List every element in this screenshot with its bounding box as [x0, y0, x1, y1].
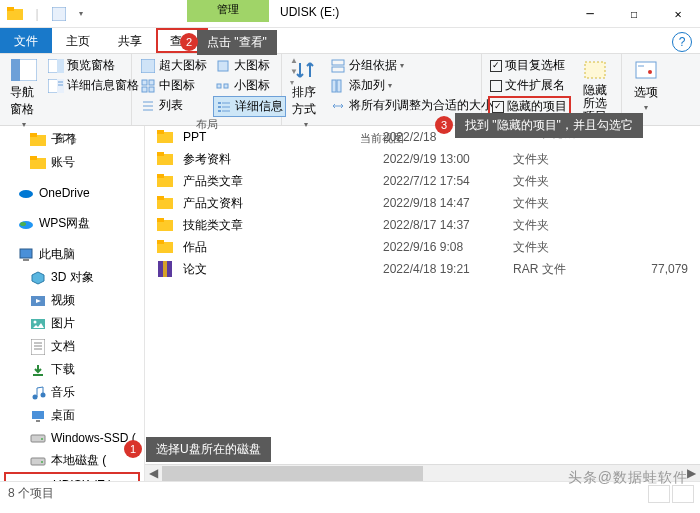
file-row[interactable]: 产品文资料2022/9/18 14:47文件夹	[145, 192, 700, 214]
svg-rect-76	[157, 218, 164, 222]
watermark: 头条@数据蛙软件	[568, 469, 688, 487]
contextual-tab[interactable]: 管理	[187, 0, 269, 22]
nav-item-12[interactable]: 下载	[0, 358, 144, 381]
menu-bar: 文件 主页 共享 查看 ?	[0, 28, 700, 54]
svg-rect-33	[636, 62, 656, 78]
checkbox-icon	[492, 101, 504, 113]
nav-item-3[interactable]: OneDrive	[0, 182, 144, 204]
svg-rect-55	[32, 411, 44, 419]
nav-item-17[interactable]: UDISK (E:)	[4, 472, 140, 481]
svg-point-40	[19, 190, 33, 198]
layout-small[interactable]: 小图标	[213, 76, 286, 95]
folder-icon	[155, 194, 175, 212]
scroll-left-icon[interactable]: ◀	[145, 465, 162, 482]
svg-rect-8	[57, 79, 64, 93]
group-by-button[interactable]: 分组依据	[328, 56, 495, 75]
music-icon	[30, 385, 46, 401]
check-icon[interactable]	[50, 5, 68, 23]
drive-icon	[30, 453, 46, 469]
file-row[interactable]: 产品类文章2022/7/12 17:54文件夹	[145, 170, 700, 192]
view-details-button[interactable]	[648, 485, 670, 503]
file-row[interactable]: 作品2022/9/16 9:08文件夹	[145, 236, 700, 258]
layout-xlarge[interactable]: 超大图标	[138, 56, 209, 75]
file-row[interactable]: 技能类文章2022/8/17 14:37文件夹	[145, 214, 700, 236]
3d-icon	[30, 270, 46, 286]
svg-rect-4	[11, 59, 20, 81]
tab-share[interactable]: 共享	[104, 28, 156, 53]
svg-rect-14	[142, 87, 147, 92]
nav-item-0[interactable]: 子刁	[0, 128, 144, 151]
annotation-number-1: 1	[124, 440, 142, 458]
tab-file[interactable]: 文件	[0, 28, 52, 53]
doc-icon	[30, 339, 46, 355]
details-pane-icon	[48, 78, 64, 94]
nav-item-1[interactable]: 账号	[0, 151, 144, 174]
close-button[interactable]: ✕	[656, 0, 700, 28]
nav-item-7[interactable]: 此电脑	[0, 243, 144, 266]
svg-rect-12	[142, 80, 147, 85]
item-checkboxes-toggle[interactable]: 项目复选框	[488, 56, 571, 75]
details-pane-button[interactable]: 详细信息窗格	[46, 76, 141, 95]
svg-rect-20	[217, 84, 221, 88]
qat-dropdown-icon[interactable]	[72, 5, 90, 23]
nav-item-5[interactable]: WPS网盘	[0, 212, 144, 235]
help-button[interactable]: ?	[672, 32, 692, 52]
list-icon	[140, 98, 156, 114]
pc-icon	[18, 247, 34, 263]
svg-rect-28	[332, 60, 344, 65]
folder-icon	[155, 216, 175, 234]
svg-point-60	[41, 461, 43, 463]
file-list[interactable]: PPT2022/2/18参考资料2022/9/19 13:00文件夹产品类文章2…	[145, 126, 700, 481]
drive-icon	[30, 430, 46, 446]
item-count: 8 个项目	[8, 485, 54, 502]
add-columns-button[interactable]: 添加列	[328, 76, 495, 95]
rar-icon	[155, 260, 175, 278]
layout-details[interactable]: 详细信息	[213, 96, 286, 117]
options-button[interactable]: 选项	[628, 56, 664, 114]
nav-item-8[interactable]: 3D 对象	[0, 266, 144, 289]
nav-item-11[interactable]: 文档	[0, 335, 144, 358]
nav-item-15[interactable]: Windows-SSD (	[0, 427, 144, 449]
navigation-pane[interactable]: 子刁账号OneDriveWPS网盘此电脑3D 对象视频图片文档下载音乐桌面Win…	[0, 126, 145, 481]
dl-icon	[30, 362, 46, 378]
sort-icon	[292, 58, 320, 82]
svg-rect-70	[157, 152, 164, 156]
svg-rect-24	[218, 106, 221, 108]
annotation-callout-2: 点击 "查看"	[197, 30, 277, 55]
svg-point-35	[648, 70, 652, 74]
svg-rect-37	[30, 133, 37, 137]
minimize-button[interactable]: ─	[568, 0, 612, 28]
fit-col-icon	[330, 98, 346, 114]
svg-rect-48	[31, 339, 45, 355]
layout-large[interactable]: 大图标	[213, 56, 286, 75]
view-large-button[interactable]	[672, 485, 694, 503]
nav-pane-button[interactable]: 导航窗格	[6, 56, 42, 131]
file-row[interactable]: 论文2022/4/18 19:21RAR 文件77,079	[145, 258, 700, 280]
tab-home[interactable]: 主页	[52, 28, 104, 53]
svg-rect-1	[7, 7, 14, 11]
file-extensions-toggle[interactable]: 文件扩展名	[488, 76, 571, 95]
layout-medium[interactable]: 中图标	[138, 76, 209, 95]
layout-list[interactable]: 列表	[138, 96, 209, 115]
svg-rect-72	[157, 174, 164, 178]
maximize-button[interactable]: ☐	[612, 0, 656, 28]
sort-button[interactable]: 排序方式	[288, 56, 324, 131]
folder-icon	[6, 5, 24, 23]
preview-pane-button[interactable]: 预览窗格	[46, 56, 141, 75]
scrollbar-thumb[interactable]	[162, 466, 423, 481]
content-area: 子刁账号OneDriveWPS网盘此电脑3D 对象视频图片文档下载音乐桌面Win…	[0, 126, 700, 481]
svg-rect-43	[20, 249, 32, 258]
nav-item-10[interactable]: 图片	[0, 312, 144, 335]
nav-item-16[interactable]: 本地磁盘 (	[0, 449, 144, 472]
svg-rect-21	[224, 84, 228, 88]
options-icon	[632, 58, 660, 82]
nav-item-9[interactable]: 视频	[0, 289, 144, 312]
window-title: UDISK (E:)	[280, 5, 339, 19]
add-col-icon	[330, 78, 346, 94]
svg-point-42	[20, 222, 26, 226]
nav-item-14[interactable]: 桌面	[0, 404, 144, 427]
preview-pane-icon	[48, 58, 64, 74]
file-row[interactable]: 参考资料2022/9/19 13:00文件夹	[145, 148, 700, 170]
nav-item-13[interactable]: 音乐	[0, 381, 144, 404]
svg-rect-11	[141, 59, 155, 73]
